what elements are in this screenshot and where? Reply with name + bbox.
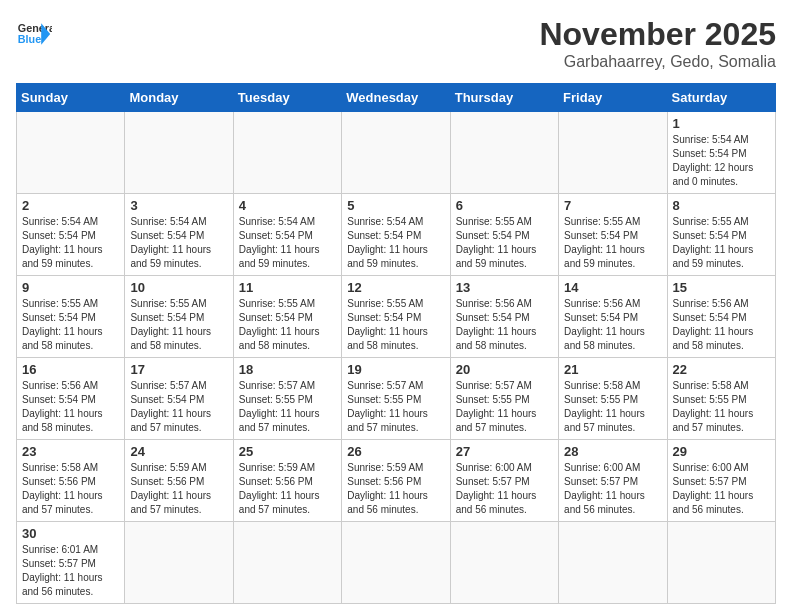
empty-cell (125, 522, 233, 604)
col-wednesday: Wednesday (342, 84, 450, 112)
table-row: 18 Sunrise: 5:57 AMSunset: 5:55 PMDaylig… (233, 358, 341, 440)
calendar-week-1: 1 Sunrise: 5:54 AM Sunset: 5:54 PM Dayli… (17, 112, 776, 194)
col-thursday: Thursday (450, 84, 558, 112)
empty-cell (559, 112, 667, 194)
col-monday: Monday (125, 84, 233, 112)
table-row: 12 Sunrise: 5:55 AMSunset: 5:54 PMDaylig… (342, 276, 450, 358)
table-row: 29 Sunrise: 6:00 AMSunset: 5:57 PMDaylig… (667, 440, 775, 522)
col-friday: Friday (559, 84, 667, 112)
table-row: 24 Sunrise: 5:59 AMSunset: 5:56 PMDaylig… (125, 440, 233, 522)
calendar-header-row: Sunday Monday Tuesday Wednesday Thursday… (17, 84, 776, 112)
calendar-week-6: 30 Sunrise: 6:01 AMSunset: 5:57 PMDaylig… (17, 522, 776, 604)
table-row: 16 Sunrise: 5:56 AMSunset: 5:54 PMDaylig… (17, 358, 125, 440)
header: General Blue November 2025 Garbahaarrey,… (16, 16, 776, 71)
table-row: 14 Sunrise: 5:56 AMSunset: 5:54 PMDaylig… (559, 276, 667, 358)
calendar-week-2: 2 Sunrise: 5:54 AMSunset: 5:54 PMDayligh… (17, 194, 776, 276)
table-row: 5 Sunrise: 5:54 AMSunset: 5:54 PMDayligh… (342, 194, 450, 276)
col-tuesday: Tuesday (233, 84, 341, 112)
table-row: 26 Sunrise: 5:59 AMSunset: 5:56 PMDaylig… (342, 440, 450, 522)
logo-icon: General Blue (16, 16, 52, 52)
table-row: 30 Sunrise: 6:01 AMSunset: 5:57 PMDaylig… (17, 522, 125, 604)
title-area: November 2025 Garbahaarrey, Gedo, Somali… (539, 16, 776, 71)
table-row: 11 Sunrise: 5:55 AMSunset: 5:54 PMDaylig… (233, 276, 341, 358)
table-row: 19 Sunrise: 5:57 AMSunset: 5:55 PMDaylig… (342, 358, 450, 440)
table-row: 6 Sunrise: 5:55 AMSunset: 5:54 PMDayligh… (450, 194, 558, 276)
empty-cell (233, 522, 341, 604)
empty-cell (559, 522, 667, 604)
col-sunday: Sunday (17, 84, 125, 112)
table-row: 23 Sunrise: 5:58 AMSunset: 5:56 PMDaylig… (17, 440, 125, 522)
empty-cell (450, 522, 558, 604)
table-row: 7 Sunrise: 5:55 AMSunset: 5:54 PMDayligh… (559, 194, 667, 276)
table-row: 13 Sunrise: 5:56 AMSunset: 5:54 PMDaylig… (450, 276, 558, 358)
empty-cell (450, 112, 558, 194)
table-row: 27 Sunrise: 6:00 AMSunset: 5:57 PMDaylig… (450, 440, 558, 522)
table-row: 1 Sunrise: 5:54 AM Sunset: 5:54 PM Dayli… (667, 112, 775, 194)
calendar-week-3: 9 Sunrise: 5:55 AMSunset: 5:54 PMDayligh… (17, 276, 776, 358)
month-title: November 2025 (539, 16, 776, 53)
table-row: 28 Sunrise: 6:00 AMSunset: 5:57 PMDaylig… (559, 440, 667, 522)
calendar-week-5: 23 Sunrise: 5:58 AMSunset: 5:56 PMDaylig… (17, 440, 776, 522)
table-row: 3 Sunrise: 5:54 AMSunset: 5:54 PMDayligh… (125, 194, 233, 276)
table-row: 9 Sunrise: 5:55 AMSunset: 5:54 PMDayligh… (17, 276, 125, 358)
table-row: 4 Sunrise: 5:54 AMSunset: 5:54 PMDayligh… (233, 194, 341, 276)
table-row: 22 Sunrise: 5:58 AMSunset: 5:55 PMDaylig… (667, 358, 775, 440)
table-row: 25 Sunrise: 5:59 AMSunset: 5:56 PMDaylig… (233, 440, 341, 522)
table-row: 2 Sunrise: 5:54 AMSunset: 5:54 PMDayligh… (17, 194, 125, 276)
empty-cell (342, 522, 450, 604)
table-row: 17 Sunrise: 5:57 AMSunset: 5:54 PMDaylig… (125, 358, 233, 440)
col-saturday: Saturday (667, 84, 775, 112)
table-row: 20 Sunrise: 5:57 AMSunset: 5:55 PMDaylig… (450, 358, 558, 440)
empty-cell (233, 112, 341, 194)
table-row: 15 Sunrise: 5:56 AMSunset: 5:54 PMDaylig… (667, 276, 775, 358)
calendar: Sunday Monday Tuesday Wednesday Thursday… (16, 83, 776, 604)
location: Garbahaarrey, Gedo, Somalia (539, 53, 776, 71)
table-row: 21 Sunrise: 5:58 AMSunset: 5:55 PMDaylig… (559, 358, 667, 440)
empty-cell (342, 112, 450, 194)
calendar-week-4: 16 Sunrise: 5:56 AMSunset: 5:54 PMDaylig… (17, 358, 776, 440)
empty-cell (17, 112, 125, 194)
table-row: 10 Sunrise: 5:55 AMSunset: 5:54 PMDaylig… (125, 276, 233, 358)
empty-cell (125, 112, 233, 194)
svg-text:Blue: Blue (18, 33, 41, 45)
logo: General Blue (16, 16, 52, 52)
empty-cell (667, 522, 775, 604)
table-row: 8 Sunrise: 5:55 AMSunset: 5:54 PMDayligh… (667, 194, 775, 276)
